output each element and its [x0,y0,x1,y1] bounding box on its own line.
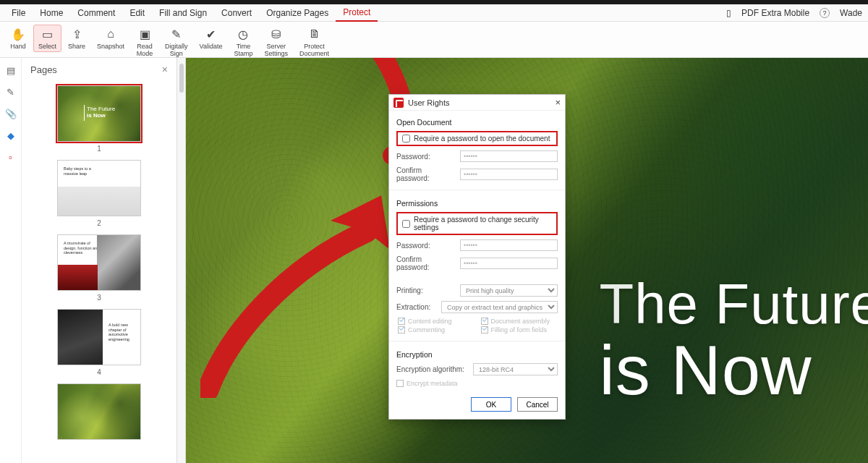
server-icon: ⛁ [268,27,284,41]
enc-alg-select[interactable]: 128-bit RC4 [473,363,558,375]
tab-edit[interactable]: Edit [122,5,152,21]
open-confirm-field[interactable] [460,169,558,180]
tool-select[interactable]: ▭Select [33,25,61,52]
layers-icon[interactable]: ◆ [5,130,17,142]
encrypt-metadata[interactable]: Encrypt metadata [396,380,558,387]
thumbnail-3[interactable]: A triumvirate of design, function and cl… [57,234,141,291]
user-rights-dialog: User Rights × Open Document Require a pa… [388,94,566,420]
left-icon-strip: ▤ ✎ 📎 ◆ ▫ [0,58,22,463]
perm-password-field-label: Password: [396,242,456,250]
tab-organize[interactable]: Organize Pages [259,5,336,21]
scroll-gutter[interactable] [177,58,186,463]
signatures-icon[interactable]: ▫ [5,152,17,163]
thumb-wrap-5[interactable] [57,383,141,440]
attachments-icon[interactable]: 📎 [5,109,17,120]
thumbnail-5[interactable] [57,383,141,440]
thumb-wrap-3[interactable]: A triumvirate of design, function and cl… [57,234,141,302]
thumb-wrap-1[interactable]: The Futureis Now 1 [57,85,141,153]
doc-headline: ThThe Futuree Future is Now [599,275,868,407]
clock-icon: ◷ [235,27,251,41]
tab-home[interactable]: Home [33,5,70,21]
tool-validate[interactable]: ✔Validate [195,25,228,52]
mobile-icon: ▯ [726,8,731,18]
thumb-wrap-4[interactable]: A bold new chapter of automotive enginee… [57,309,141,376]
cancel-button[interactable]: Cancel [517,397,558,412]
thumbnail-1[interactable]: The Futureis Now [57,85,141,142]
extraction-select[interactable]: Copy or extract text and graphics [441,301,558,313]
perm-form-fields[interactable]: Filling of form fields [481,326,558,334]
perm-password-label: Require a password to change security se… [414,216,552,232]
ok-button[interactable]: OK [471,397,511,412]
tab-fill-sign[interactable]: Fill and Sign [152,5,214,21]
tab-comment[interactable]: Comment [70,5,122,21]
thumb-wrap-2[interactable]: Baby steps to a massive leap 2 [57,160,141,227]
hand-icon: ✋ [10,27,26,41]
permissions-section: Permissions [396,199,558,208]
open-password-checkbox[interactable] [402,135,410,143]
book-icon: ▣ [137,27,153,41]
dialog-title: User Rights [408,98,449,107]
tab-file[interactable]: File [4,5,33,21]
printing-select[interactable]: Print high quality [460,284,558,297]
open-password-field[interactable] [460,150,558,162]
perm-password-field[interactable] [460,239,558,251]
perm-doc-assembly[interactable]: Document assembly [481,318,558,325]
dialog-titlebar[interactable]: User Rights × [389,95,565,111]
dialog-close-icon[interactable]: × [555,97,561,108]
tool-digitally-sign[interactable]: ✎Digitally Sign [160,25,193,59]
user-label[interactable]: Wade [840,8,862,18]
tool-share[interactable]: ⇪Share [63,25,90,52]
perm-confirm-field-label: Confirm password: [396,255,456,271]
password-label: Password: [396,153,456,161]
tool-read-mode[interactable]: ▣Read Mode [131,25,158,59]
tool-hand[interactable]: ✋Hand [4,25,32,52]
camera-icon: ⌂ [103,27,119,41]
tool-server-settings[interactable]: ⛁Server Settings [259,25,293,59]
check-icon: ✔ [203,27,219,41]
lock-icon: 🗎 [307,27,323,41]
help-icon[interactable]: ? [820,8,830,18]
pages-panel-title: Pages [30,64,57,75]
encryption-section: Encryption [396,350,558,359]
perm-password-checkbox[interactable] [402,220,410,228]
share-icon: ⇪ [69,27,85,41]
thumb-num-2: 2 [97,219,101,227]
thumbnail-2[interactable]: Baby steps to a massive leap [57,160,141,216]
tab-protect[interactable]: Protect [336,4,378,22]
thumbnail-4[interactable]: A bold new chapter of automotive enginee… [57,309,141,365]
highlight-perm-password: Require a password to change security se… [396,212,558,235]
perm-confirm-field[interactable] [460,258,558,269]
open-password-label: Require a password to open the document [414,135,550,143]
printing-label: Printing: [396,286,456,294]
perm-commenting[interactable]: Commenting [398,326,475,334]
thumb-num-3: 3 [97,294,101,302]
tool-protect-document[interactable]: 🗎Protect Document [294,25,334,59]
pen-icon: ✎ [169,27,184,41]
thumb-num-4: 4 [97,368,101,376]
tool-time-stamp[interactable]: ◷Time Stamp [229,25,258,59]
document-view[interactable]: ThThe Futuree Future is Now User Rights … [186,58,868,463]
mobile-label[interactable]: PDF Extra Mobile [741,8,809,18]
app-logo-icon [393,98,404,108]
tool-snapshot[interactable]: ⌂Snapshot [92,25,129,52]
select-icon: ▭ [40,27,56,41]
ribbon-toolbar: ✋Hand ▭Select ⇪Share ⌂Snapshot ▣Read Mod… [0,22,868,58]
pages-panel: Pages × The Futureis Now 1 Baby steps to… [22,58,177,463]
tab-convert[interactable]: Convert [214,5,259,21]
highlight-open-password: Require a password to open the document [396,131,558,146]
enc-alg-label: Encryption algorithm: [396,365,469,373]
extraction-label: Extraction: [396,303,437,311]
open-document-section: Open Document [396,118,558,127]
perm-content-editing[interactable]: Content editing [398,318,475,325]
menu-bar: File Home Comment Edit Fill and Sign Con… [0,4,868,22]
pages-icon[interactable]: ▤ [5,65,17,77]
thumbnail-list[interactable]: The Futureis Now 1 Baby steps to a massi… [22,81,176,463]
bookmarks-icon[interactable]: ✎ [5,87,17,98]
thumb-num-1: 1 [97,145,101,153]
close-icon[interactable]: × [162,64,168,75]
confirm-password-label: Confirm password: [396,166,456,182]
